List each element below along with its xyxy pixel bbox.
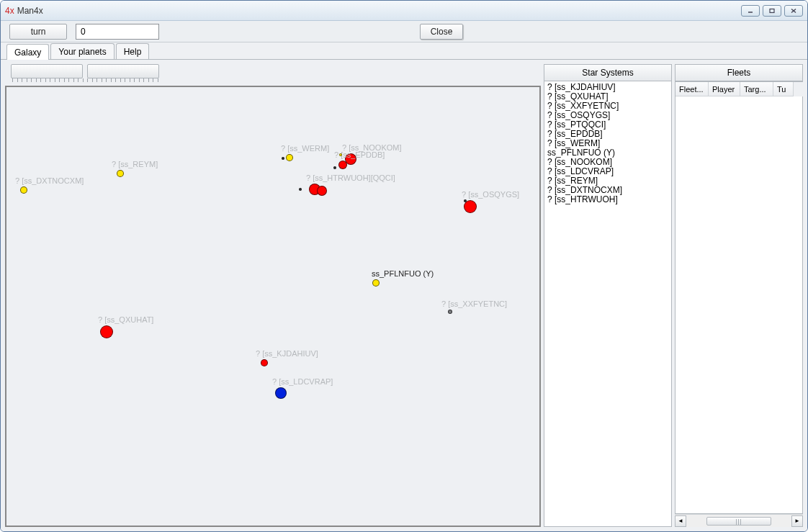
star-kjdahiuv[interactable]: [261, 359, 268, 366]
tab-galaxy[interactable]: Galaxy: [6, 44, 49, 60]
fleets-panel: Fleets Fleet...PlayerTarg...Tu ◄ ►: [675, 64, 803, 527]
star-label-ldcvrap: ? [ss_LDCVRAP]: [272, 377, 333, 386]
star-systems-header: Star Systems: [544, 64, 672, 81]
zoom-sliders: [5, 64, 541, 83]
star-qxuhat[interactable]: [100, 325, 113, 338]
satellite-htrwuoh[interactable]: [299, 188, 302, 191]
star-label-htrwuoh: ? [ss_HTRWUOH][QQCI]: [306, 173, 395, 182]
scroll-left-icon[interactable]: ◄: [675, 515, 686, 527]
star-xxfyetnc[interactable]: [448, 310, 452, 314]
satellite-osqygs[interactable]: [464, 199, 467, 202]
tab-help[interactable]: Help: [116, 43, 150, 59]
close-button[interactable]: Close: [420, 24, 463, 40]
star-systems-list[interactable]: ? [ss_KJDAHIUV]? [ss_QXUHAT]? [ss_XXFYET…: [544, 81, 672, 527]
fleets-columns: Fleet...PlayerTarg...Tu: [675, 81, 803, 96]
turn-button[interactable]: turn: [9, 24, 67, 40]
turn-input[interactable]: [76, 24, 159, 40]
star-systems-panel: Star Systems ? [ss_KJDAHIUV]? [ss_QXUHAT…: [544, 64, 672, 527]
fleets-body[interactable]: [675, 96, 803, 514]
close-window-button[interactable]: [784, 5, 803, 17]
star-label-osqygs: ? [ss_OSQYGS]: [462, 190, 519, 199]
maximize-button[interactable]: [763, 5, 781, 17]
slider-2[interactable]: [87, 64, 159, 78]
titlebar-prefix: 4x: [5, 6, 14, 16]
fleets-col-fleet[interactable]: Fleet...: [675, 82, 709, 96]
star-system-item[interactable]: ? [ss_HTRWUOH]: [547, 195, 668, 204]
star-label-reym: ? [ss_REYM]: [112, 160, 158, 168]
titlebar-title: Man4x: [17, 6, 43, 16]
star-reym[interactable]: [117, 170, 124, 177]
app-window: 4x Man4x turn Close GalaxyYour planetsHe…: [0, 0, 808, 532]
star-epddb[interactable]: [338, 161, 347, 169]
star-label-qxuhat: ? [ss_QXUHAT]: [98, 315, 153, 324]
fleets-col-targ[interactable]: Targ...: [740, 82, 773, 96]
content-area: ? [ss_DXTNOCXM]? [ss_REYM]? [ss_WERM]? […: [1, 60, 807, 531]
slider-ticks: [12, 78, 163, 83]
galaxy-map[interactable]: ? [ss_DXTNOCXM]? [ss_REYM]? [ss_WERM]? […: [5, 86, 541, 527]
star-label-dxtnocxm: ? [ss_DXTNOCXM]: [15, 176, 84, 185]
fleets-col-player[interactable]: Player: [709, 82, 740, 96]
star-werm[interactable]: [286, 154, 293, 161]
star-ptqqci[interactable]: [317, 186, 327, 196]
fleets-header: Fleets: [675, 64, 803, 81]
star-label-kjdahiuv: ? [ss_KJDAHIUV]: [256, 349, 318, 358]
star-ldcvrap[interactable]: [275, 387, 287, 399]
svg-rect-1: [770, 9, 774, 12]
star-label-pflnfuo: ss_PFLNFUO (Y): [372, 269, 434, 278]
satellite-epddb[interactable]: [333, 166, 336, 169]
minimize-button[interactable]: [741, 5, 760, 17]
fleets-col-tu[interactable]: Tu: [773, 82, 794, 96]
star-dxtnocxm[interactable]: [20, 186, 27, 194]
star-label-xxfyetnc: ? [ss_XXFYETNC]: [441, 299, 507, 308]
satellite-nookom[interactable]: [339, 153, 342, 156]
tabs: GalaxyYour planetsHelp: [1, 42, 807, 60]
fleets-hscroll[interactable]: ◄ ►: [675, 514, 803, 527]
scroll-right-icon[interactable]: ►: [791, 515, 803, 527]
titlebar[interactable]: 4x Man4x: [1, 1, 807, 21]
star-pflnfuo[interactable]: [372, 279, 380, 287]
star-label-werm: ? [ss_WERM]: [281, 144, 329, 153]
slider-1[interactable]: [11, 64, 83, 78]
galaxy-panel: ? [ss_DXTNOCXM]? [ss_REYM]? [ss_WERM]? […: [5, 64, 541, 527]
satellite-werm[interactable]: [282, 157, 284, 160]
tab-your-planets[interactable]: Your planets: [50, 43, 114, 59]
toolbar: turn Close: [1, 21, 807, 42]
window-controls: [741, 5, 803, 17]
scroll-thumb[interactable]: [706, 517, 771, 526]
